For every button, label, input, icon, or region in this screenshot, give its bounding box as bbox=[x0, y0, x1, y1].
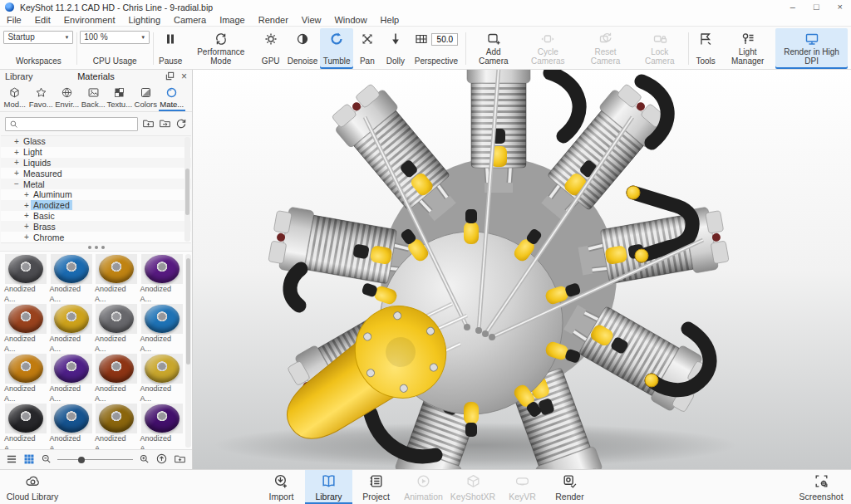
tree-item-anodized[interactable]: +Anodized bbox=[1, 200, 191, 211]
tree-item-glass[interactable]: +Glass bbox=[1, 136, 191, 147]
grid-view-icon[interactable] bbox=[23, 453, 35, 467]
cycle-cameras-button[interactable]: Cycle Cameras bbox=[519, 28, 578, 69]
menu-camera[interactable]: Camera bbox=[167, 14, 213, 27]
tree-item-chrome[interactable]: +Chrome bbox=[1, 232, 191, 242]
undock-panel-icon[interactable] bbox=[165, 71, 175, 82]
add-folder-icon[interactable] bbox=[174, 453, 186, 467]
menu-render[interactable]: Render bbox=[252, 14, 295, 27]
close-panel-icon[interactable]: × bbox=[181, 72, 187, 81]
material-thumbnail[interactable]: Anodized A... bbox=[4, 304, 48, 354]
menu-view[interactable]: View bbox=[295, 14, 328, 27]
perspective-field[interactable] bbox=[431, 33, 458, 46]
reset-camera-button[interactable]: Reset Camera bbox=[578, 28, 633, 69]
material-thumbnail[interactable]: Anodized A... bbox=[95, 304, 139, 354]
viewport-3d[interactable] bbox=[193, 70, 851, 469]
menu-window[interactable]: Window bbox=[327, 14, 373, 27]
project-button[interactable]: Project bbox=[352, 470, 400, 504]
slider-knob[interactable] bbox=[78, 457, 85, 463]
material-thumbnail[interactable]: Anodized A... bbox=[140, 254, 184, 304]
material-thumbnail[interactable]: Anodized A... bbox=[4, 254, 48, 304]
material-thumbnail[interactable]: Anodized A... bbox=[4, 404, 48, 450]
add-camera-button[interactable]: Add Camera bbox=[469, 28, 519, 69]
expander-icon[interactable]: + bbox=[22, 211, 31, 220]
material-thumbnail[interactable]: Anodized A... bbox=[50, 354, 94, 404]
tree-item-basic[interactable]: +Basic bbox=[1, 211, 191, 222]
screenshot-button[interactable]: Screenshot bbox=[794, 470, 848, 504]
expander-icon[interactable]: + bbox=[22, 190, 31, 199]
menu-file[interactable]: File bbox=[0, 14, 28, 27]
material-thumbnail[interactable]: Anodized A... bbox=[95, 354, 139, 404]
library-button[interactable]: Library bbox=[305, 470, 352, 504]
light-manager-button[interactable]: Light Manager bbox=[720, 28, 775, 69]
material-search-box[interactable] bbox=[5, 117, 138, 131]
search-input[interactable] bbox=[21, 120, 134, 129]
expander-icon[interactable]: + bbox=[22, 232, 31, 242]
maximize-button[interactable]: □ bbox=[814, 1, 819, 13]
render-button[interactable]: Render bbox=[546, 470, 593, 504]
tab-textures[interactable]: Textu... bbox=[106, 85, 133, 111]
pan-button[interactable]: Pan bbox=[353, 28, 381, 69]
denoise-button[interactable]: Denoise bbox=[285, 28, 321, 69]
tab-models[interactable]: Mod... bbox=[2, 85, 28, 111]
menu-environment[interactable]: Environment bbox=[57, 14, 122, 27]
tab-backplates[interactable]: Back... bbox=[81, 85, 107, 111]
animation-button[interactable]: Animation bbox=[400, 470, 447, 504]
tree-item-brass[interactable]: +Brass bbox=[1, 221, 191, 232]
refresh-icon[interactable] bbox=[175, 118, 187, 131]
keyvr-button[interactable]: KeyVR bbox=[499, 470, 546, 504]
tree-item-aluminum[interactable]: +Aluminum bbox=[1, 189, 191, 200]
expander-icon[interactable]: + bbox=[12, 158, 21, 167]
performance-mode-button[interactable]: Performance Mode bbox=[185, 28, 257, 69]
keyshotxr-button[interactable]: KeyShotXR bbox=[447, 470, 499, 504]
cpu-usage-dropdown[interactable]: 100 % ▼ bbox=[80, 31, 150, 44]
zoom-in-icon[interactable] bbox=[139, 453, 150, 466]
upload-material-icon[interactable] bbox=[155, 453, 168, 467]
expander-icon[interactable]: + bbox=[12, 148, 21, 157]
dolly-button[interactable]: Dolly bbox=[381, 28, 410, 69]
new-folder-icon[interactable] bbox=[142, 117, 155, 131]
tools-button[interactable]: Tools bbox=[691, 28, 720, 69]
menu-edit[interactable]: Edit bbox=[28, 14, 57, 27]
tab-favorites[interactable]: Favo... bbox=[28, 85, 55, 111]
cloud-library-button[interactable]: Cloud Library bbox=[3, 470, 61, 504]
panel-splitter[interactable] bbox=[0, 243, 192, 251]
material-thumbnail[interactable]: Anodized A... bbox=[50, 304, 94, 354]
material-thumbnail[interactable]: Anodized A... bbox=[140, 354, 184, 404]
tree-item-metal[interactable]: −Metal bbox=[1, 179, 191, 189]
tab-colors[interactable]: Colors bbox=[133, 85, 160, 111]
material-thumbnail[interactable]: Anodized A... bbox=[50, 404, 94, 450]
expander-icon[interactable]: + bbox=[22, 222, 31, 231]
material-thumbnail[interactable]: Anodized A... bbox=[95, 254, 139, 304]
menu-image[interactable]: Image bbox=[213, 14, 252, 27]
render-hidpi-button[interactable]: Render in High DPI bbox=[775, 28, 848, 69]
list-view-icon[interactable] bbox=[6, 453, 17, 467]
material-thumbnail[interactable]: Anodized A... bbox=[4, 354, 48, 404]
lock-camera-button[interactable]: Lock Camera bbox=[633, 28, 686, 69]
expander-icon[interactable]: + bbox=[12, 137, 21, 146]
import-folder-icon[interactable] bbox=[159, 117, 171, 131]
menu-help[interactable]: Help bbox=[374, 14, 406, 27]
expander-icon[interactable]: + bbox=[22, 201, 31, 210]
gpu-button[interactable]: GPU bbox=[257, 28, 285, 69]
pause-button[interactable]: Pause bbox=[156, 28, 185, 69]
material-thumbnail[interactable]: Anodized A... bbox=[50, 254, 94, 304]
collapse-icon[interactable]: − bbox=[12, 179, 21, 188]
tab-environments[interactable]: Envir... bbox=[54, 85, 81, 111]
tab-materials[interactable]: Mate... bbox=[159, 85, 185, 111]
tree-item-measured[interactable]: +Measured bbox=[1, 168, 191, 179]
workspaces-dropdown[interactable]: Startup ▼ bbox=[3, 31, 73, 44]
menu-lighting[interactable]: Lighting bbox=[121, 14, 167, 27]
material-thumbnail[interactable]: Anodized A... bbox=[140, 404, 184, 450]
expander-icon[interactable]: + bbox=[12, 169, 21, 178]
tree-item-light[interactable]: +Light bbox=[1, 147, 191, 158]
thumbnails-scrollbar[interactable] bbox=[185, 254, 191, 448]
import-button[interactable]: Import bbox=[258, 470, 305, 504]
zoom-out-icon[interactable] bbox=[41, 453, 52, 466]
tumble-button[interactable]: Tumble bbox=[320, 28, 352, 69]
material-thumbnail[interactable]: Anodized A... bbox=[140, 304, 184, 354]
material-thumbnail[interactable]: Anodized A... bbox=[95, 404, 139, 450]
close-button[interactable]: × bbox=[838, 1, 843, 13]
thumbnail-size-slider[interactable] bbox=[57, 459, 133, 460]
tree-item-liquids[interactable]: +Liquids bbox=[1, 158, 191, 169]
minimize-button[interactable]: – bbox=[790, 1, 795, 13]
